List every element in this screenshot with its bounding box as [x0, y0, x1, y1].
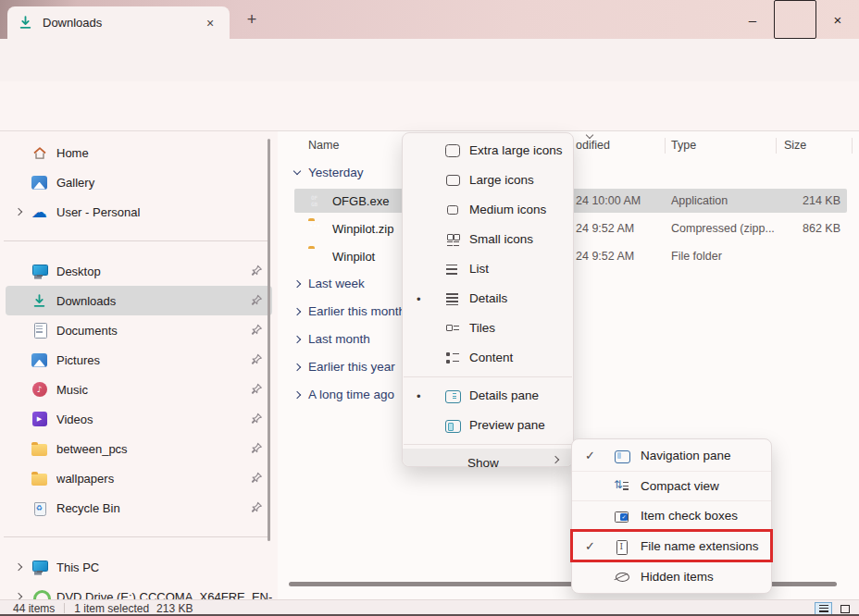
tab-downloads[interactable]: Downloads ×	[7, 6, 230, 39]
pin-icon	[251, 413, 264, 425]
sidebar-item-music[interactable]: ♪Music	[6, 375, 272, 404]
show-submenu-item-item-check-boxes[interactable]: Item check boxes	[572, 500, 771, 531]
navigation-pane: HomeGallery☁User - PersonalDesktopDownlo…	[0, 131, 278, 599]
sidebar-scrollbar[interactable]	[268, 139, 270, 541]
group-label: A long time ago	[308, 388, 394, 401]
view-menu-item-list[interactable]: List	[403, 254, 573, 284]
pin-icon	[251, 324, 264, 337]
sidebar-item-label: DVD Drive (E:) CCCOMA_X64FRE_EN-US_D	[56, 590, 272, 600]
view-menu-item-large-icons[interactable]: Large icons	[403, 166, 573, 195]
view-menu-item-extra-large-icons[interactable]: Extra large icons	[403, 136, 573, 166]
sidebar-separator	[0, 523, 278, 552]
menu-separator	[403, 440, 573, 449]
onedrive-icon: ☁	[31, 203, 48, 220]
download-icon	[19, 16, 32, 30]
command-toolbar: New ✂ ↪ ↑↓ Sort View … Details	[0, 81, 859, 131]
column-name[interactable]: Name	[308, 139, 339, 152]
show-submenu-item-navigation-pane[interactable]: ✓Navigation pane	[572, 441, 771, 471]
column-divider[interactable]	[776, 138, 777, 154]
view-menu-item-details[interactable]: •Details	[403, 284, 573, 314]
selection-size: 213 KB	[156, 602, 193, 615]
sidebar-item-recycle-bin[interactable]: Recycle Bin	[6, 493, 272, 523]
show-submenu-item-hidden-items[interactable]: Hidden items	[572, 561, 771, 591]
file-date-modified: 24 9:52 AM	[576, 250, 634, 263]
view-menu-item-small-icons[interactable]: Small icons	[403, 225, 573, 254]
file-name: Winpilot.zip	[332, 222, 393, 236]
maximize-icon	[774, 0, 816, 39]
view-dropdown-menu: Extra large iconsLarge iconsMedium icons…	[402, 132, 574, 467]
group-chevron-icon[interactable]	[293, 167, 301, 175]
column-size[interactable]: Size	[784, 139, 806, 152]
sidebar-item-videos[interactable]: ▶Videos	[6, 404, 272, 434]
sidebar-item-label: Home	[56, 146, 272, 160]
sidebar-item-home[interactable]: Home	[6, 138, 272, 167]
column-date-modified[interactable]: odified	[576, 139, 610, 152]
sidebar-item-between-pcs[interactable]: between_pcs	[6, 434, 272, 463]
tab-bar: Downloads × + – ×	[0, 0, 859, 39]
new-tab-button[interactable]: +	[241, 8, 263, 31]
view-menu-item-tiles[interactable]: Tiles	[403, 314, 573, 343]
pictures-icon	[31, 351, 48, 368]
group-chevron-icon[interactable]	[293, 280, 301, 288]
group-chevron-icon[interactable]	[293, 336, 301, 343]
column-divider[interactable]	[852, 138, 853, 154]
show-submenu-item-file-name-extensions[interactable]: ✓File name extensions	[572, 531, 771, 561]
tab-close-icon[interactable]: ×	[202, 16, 218, 31]
checkmark-icon: ✓	[585, 539, 595, 553]
menu-item-label: Content	[469, 351, 513, 364]
sidebar-item-dvd-drive-e-cccoma-x64fre-en-us-d[interactable]: DVD Drive (E:) CCCOMA_X64FRE_EN-US_D	[6, 582, 272, 599]
dvd-icon	[31, 588, 48, 599]
view-menu-item-medium-icons[interactable]: Medium icons	[403, 195, 573, 225]
view-menu-item-preview-pane[interactable]: Preview pane	[403, 411, 573, 440]
sidebar-item-this-pc[interactable]: This PC	[6, 552, 272, 582]
sidebar-item-label: Pictures	[56, 353, 251, 367]
sidebar-item-label: Gallery	[56, 176, 272, 190]
view-menu-item-content[interactable]: Content	[403, 343, 573, 373]
group-label: Last week	[308, 277, 365, 290]
videos-icon: ▶	[31, 411, 48, 427]
group-chevron-icon[interactable]	[293, 308, 301, 315]
sidebar-item-desktop[interactable]: Desktop	[6, 256, 272, 286]
chevron-right-icon[interactable]	[16, 564, 31, 570]
close-button[interactable]: ×	[816, 0, 859, 39]
tab-title: Downloads	[43, 16, 192, 30]
sidebar-item-label: Videos	[56, 413, 251, 426]
sidebar-item-user-personal[interactable]: ☁User - Personal	[6, 197, 272, 227]
maximize-button[interactable]	[774, 0, 816, 39]
menu-item-label: Details	[469, 291, 507, 305]
show-submenu-item-compact-view[interactable]: Compact view	[572, 471, 771, 501]
hidden-items-icon	[613, 568, 630, 585]
sidebar-item-label: Documents	[56, 324, 251, 338]
view-menu-item-details-pane[interactable]: •Details pane	[403, 381, 573, 411]
pin-icon	[251, 501, 264, 514]
item-check-boxes-icon	[613, 508, 630, 524]
selected-bullet-icon: •	[417, 292, 428, 306]
chevron-right-icon[interactable]	[16, 209, 31, 215]
menu-item-label: Extra large icons	[469, 143, 563, 157]
thispc-icon	[31, 559, 48, 575]
sidebar-item-pictures[interactable]: Pictures	[6, 345, 272, 375]
pin-icon	[251, 472, 264, 485]
file-name-extensions-icon	[613, 538, 630, 555]
sidebar-item-label: Desktop	[56, 265, 251, 278]
pin-icon	[251, 442, 264, 455]
group-chevron-icon[interactable]	[293, 363, 301, 371]
compact-view-icon	[613, 477, 630, 494]
sidebar-item-gallery[interactable]: Gallery	[6, 167, 272, 197]
column-divider[interactable]	[665, 138, 666, 154]
column-type[interactable]: Type	[671, 139, 696, 152]
submenu-item-label: Navigation pane	[641, 449, 731, 462]
gallery-icon	[31, 174, 48, 191]
group-label: Last month	[308, 332, 370, 346]
menu-item-label: List	[469, 262, 489, 276]
pin-icon	[251, 353, 264, 366]
group-chevron-icon[interactable]	[293, 391, 301, 399]
exe-file-icon	[308, 192, 325, 209]
sidebar-item-label: Downloads	[56, 294, 251, 308]
sidebar-item-downloads[interactable]: Downloads	[6, 286, 272, 315]
sidebar-item-wallpapers[interactable]: wallpapers	[6, 463, 272, 493]
sidebar-item-documents[interactable]: Documents	[6, 315, 272, 345]
view-menu-item-show[interactable]: Show	[403, 449, 573, 466]
submenu-arrow-icon	[552, 456, 559, 463]
minimize-button[interactable]: –	[731, 0, 774, 39]
